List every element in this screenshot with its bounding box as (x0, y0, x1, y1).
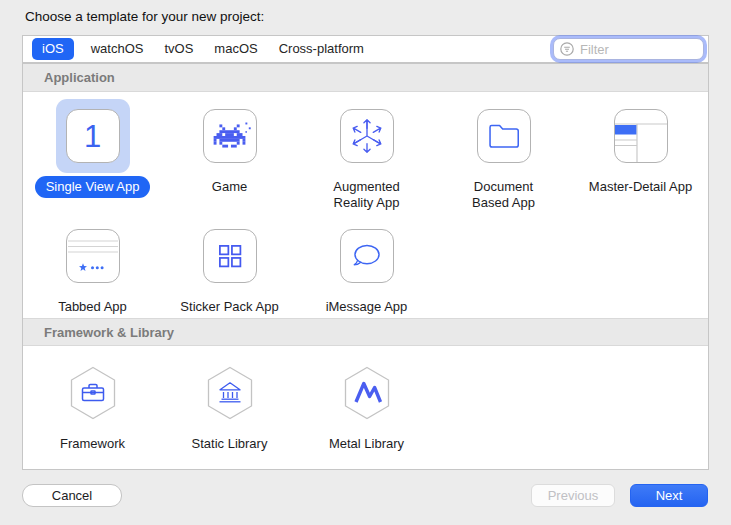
template-label: Framework (60, 436, 125, 452)
application-template-grid: 1 Single View App (23, 92, 708, 318)
cancel-button[interactable]: Cancel (22, 484, 122, 507)
selection-highlight: 1 (56, 99, 130, 173)
filter-icon (559, 41, 575, 57)
template-item-imessage-app[interactable]: iMessage App (298, 219, 435, 318)
template-label: Single View App (35, 176, 151, 198)
template-label: Augmented Reality App (333, 179, 400, 211)
tab-cross-platform[interactable]: Cross-platform (279, 39, 364, 59)
next-button[interactable]: Next (630, 484, 708, 507)
template-item-metal-library[interactable]: Metal Library (298, 356, 435, 470)
template-label: Game (212, 179, 247, 195)
tab-macos[interactable]: macOS (214, 39, 257, 59)
template-item-sticker-pack-app[interactable]: Sticker Pack App (161, 219, 298, 318)
section-header-framework-library: Framework & Library (23, 318, 708, 346)
dialog-title: Choose a template for your new project: (25, 9, 264, 24)
template-item-static-library[interactable]: Static Library (161, 356, 298, 470)
tab-tvos[interactable]: tvOS (164, 39, 193, 59)
template-label: Tabbed App (58, 299, 127, 315)
template-item-game[interactable]: Game (161, 99, 298, 214)
template-item-master-detail-app[interactable]: Master-Detail App (572, 99, 709, 214)
template-item-single-view-app[interactable]: 1 Single View App (24, 99, 161, 214)
tab-ios[interactable]: iOS (32, 38, 74, 60)
augmented-reality-app-icon (340, 109, 394, 163)
framework-icon (66, 364, 120, 422)
filter-field[interactable] (553, 38, 704, 60)
template-item-framework[interactable]: Framework (24, 356, 161, 470)
template-label: Sticker Pack App (180, 299, 278, 315)
template-item-tabbed-app[interactable]: Tabbed App (24, 219, 161, 318)
metal-library-icon (340, 364, 394, 422)
filter-input[interactable] (578, 41, 698, 58)
section-header-application: Application (23, 64, 708, 92)
template-label: Metal Library (329, 436, 404, 452)
tab-watchos[interactable]: watchOS (91, 39, 144, 59)
document-based-app-icon (477, 109, 531, 163)
template-item-augmented-reality-app[interactable]: Augmented Reality App (298, 99, 435, 214)
template-panel: Application 1 Single View App (22, 63, 709, 470)
single-view-app-icon: 1 (66, 109, 120, 163)
master-detail-app-icon (614, 109, 668, 163)
game-icon (203, 109, 257, 163)
template-label: Master-Detail App (589, 179, 692, 195)
template-item-document-based-app[interactable]: Document Based App (435, 99, 572, 214)
sticker-pack-app-icon (203, 229, 257, 283)
static-library-icon (203, 364, 257, 422)
template-label: Static Library (192, 436, 268, 452)
section-header-label: Application (44, 70, 115, 85)
template-label: Document Based App (472, 179, 535, 211)
section-header-label: Framework & Library (44, 325, 174, 340)
previous-button[interactable]: Previous (531, 484, 615, 507)
imessage-app-icon (340, 229, 394, 283)
tabbed-app-icon (66, 229, 120, 283)
template-label: iMessage App (326, 299, 408, 315)
single-view-app-icon-number: 1 (84, 121, 101, 152)
framework-library-grid: Framework Static Library (23, 346, 708, 470)
